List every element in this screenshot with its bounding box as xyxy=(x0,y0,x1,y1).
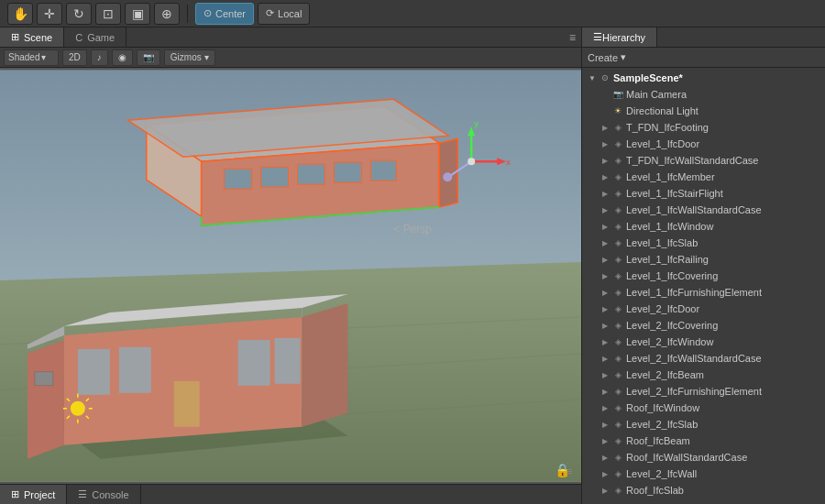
scale-tool-button[interactable]: ⊡ xyxy=(95,3,121,25)
console-tab-icon: ☰ xyxy=(78,488,87,500)
hierarchy-item-level1-door[interactable]: ▶◈Level_1_IfcDoor xyxy=(582,136,825,152)
arrow-icon: ▶ xyxy=(600,289,610,297)
transform-tool-button[interactable]: ⊕ xyxy=(154,3,180,25)
arrow-icon: ▼ xyxy=(588,74,597,82)
effects-button[interactable]: ◉ xyxy=(112,49,133,66)
hierarchy-item-level2-beam[interactable]: ▶◈Level_2_IfcBeam xyxy=(582,367,825,383)
hierarchy-item-roof-wall[interactable]: ▶◈Roof_IfcWallStandardCase xyxy=(582,449,825,466)
object-icon: ◈ xyxy=(611,269,624,282)
console-tab[interactable]: ☰ Console xyxy=(67,485,140,504)
hierarchy-item-level1-railing[interactable]: ▶◈Level_1_IfcRailing xyxy=(582,251,825,268)
camera-button[interactable]: 📷 xyxy=(137,49,160,66)
rect-tool-button[interactable]: ▣ xyxy=(125,3,150,25)
object-icon: ◈ xyxy=(611,434,624,447)
hierarchy-item-sample-scene[interactable]: ▼⊙SampleScene* xyxy=(582,70,825,86)
top-toolbar: ✋ ✛ ↻ ⊡ ▣ ⊕ ⊙ Center ⟳ Local xyxy=(0,0,825,27)
main-content: ⊞ Scene C Game ≡ Shaded ▾ 2D ♪ ◉ xyxy=(0,27,825,504)
arrow-icon: ▶ xyxy=(600,388,610,396)
center-button[interactable]: ⊙ Center xyxy=(195,3,254,25)
hierarchy-tab-label: Hierarchy xyxy=(602,32,645,43)
hierarchy-item-level2-furnishing[interactable]: ▶◈Level_2_IfcFurnishingElement xyxy=(582,383,825,400)
item-label: Level_1_IfcSlab xyxy=(626,237,698,248)
arrow-icon: ▶ xyxy=(600,470,610,478)
item-label: Level_1_IfcStairFlight xyxy=(626,188,723,199)
effects-icon: ◉ xyxy=(118,52,126,62)
object-icon: ◈ xyxy=(611,319,624,332)
gizmos-button[interactable]: Gizmos ▾ xyxy=(164,49,215,66)
hierarchy-item-level2-covering[interactable]: ▶◈Level_2_IfcCovering xyxy=(582,317,825,334)
hierarchy-item-roof-window[interactable]: ▶◈Roof_IfcWindow xyxy=(582,400,825,416)
item-label: Level_2_IfcWallStandardCase xyxy=(626,353,762,364)
hierarchy-item-t-fdn-footing[interactable]: ▶◈T_FDN_IfcFooting xyxy=(582,119,825,136)
scene-viewport: < Persp y x 🔒 ≡ xyxy=(0,68,581,484)
hierarchy-item-roof-slab[interactable]: ▶◈Roof_IfcSlab xyxy=(582,482,825,499)
2d-label: 2D xyxy=(69,52,81,62)
hierarchy-tab[interactable]: ☰ Hierarchy xyxy=(582,27,657,47)
arrow-icon: ▶ xyxy=(600,437,610,445)
hierarchy-item-level2-door[interactable]: ▶◈Level_2_IfcDoor xyxy=(582,301,825,317)
item-label: Roof_IfcBeam xyxy=(626,435,690,446)
hierarchy-item-level1-covering[interactable]: ▶◈Level_1_IfcCovering xyxy=(582,268,825,284)
hierarchy-item-level1-furnishing[interactable]: ▶◈Level_1_IfcFurnishingElement xyxy=(582,284,825,301)
scene-icon: ⊙ xyxy=(599,71,611,84)
hand-tool-button[interactable]: ✋ xyxy=(7,3,33,25)
local-button[interactable]: ⟳ Local xyxy=(258,3,310,25)
create-arrow: ▾ xyxy=(621,51,626,63)
hierarchy-item-roof-beam[interactable]: ▶◈Roof_IfcBeam xyxy=(582,433,825,449)
item-label: Level_2_IfcSlab xyxy=(626,419,698,430)
item-label: Level_1_IfcFurnishingElement xyxy=(626,287,762,298)
arrow-icon: ▶ xyxy=(600,124,610,132)
arrow-icon: ▶ xyxy=(600,239,610,247)
2d-mode-button[interactable]: 2D xyxy=(62,49,87,66)
project-tab[interactable]: ⊞ Project xyxy=(0,485,67,504)
hierarchy-item-main-camera[interactable]: 📷Main Camera xyxy=(582,86,825,103)
arrow-icon: ▶ xyxy=(600,223,610,231)
hierarchy-item-level2-wall[interactable]: ▶◈Level_2_IfcWallStandardCase xyxy=(582,350,825,367)
svg-rect-29 xyxy=(174,381,200,427)
move-tool-button[interactable]: ✛ xyxy=(37,3,62,25)
project-tab-icon: ⊞ xyxy=(11,488,19,500)
svg-rect-14 xyxy=(370,160,396,181)
arrow-icon: ▶ xyxy=(600,140,610,148)
hierarchy-item-level2-slab[interactable]: ▶◈Level_2_IfcSlab xyxy=(582,416,825,433)
local-icon: ⟳ xyxy=(266,7,274,19)
scene-tab[interactable]: ⊞ Scene xyxy=(0,27,64,47)
hierarchy-panel: ☰ Hierarchy Create ▾ ▼⊙SampleScene* 📷Mai… xyxy=(582,27,825,504)
shading-dropdown[interactable]: Shaded ▾ xyxy=(4,49,59,66)
svg-text:y: y xyxy=(474,118,478,128)
hierarchy-item-level2-wall2[interactable]: ▶◈Level_2_IfcWall xyxy=(582,466,825,482)
object-icon: ◈ xyxy=(611,467,624,480)
hierarchy-item-level1-wall[interactable]: ▶◈Level_1_IfcWallStandardCase xyxy=(582,202,825,218)
hierarchy-item-level1-stair[interactable]: ▶◈Level_1_IfcStairFlight xyxy=(582,185,825,202)
hierarchy-item-level1-member[interactable]: ▶◈Level_1_IfcMember xyxy=(582,169,825,185)
hierarchy-toolbar: Create ▾ xyxy=(582,48,825,68)
hierarchy-item-level1-window[interactable]: ▶◈Level_1_IfcWindow xyxy=(582,218,825,235)
svg-point-49 xyxy=(468,158,475,165)
create-label: Create xyxy=(588,52,618,63)
item-label: Level_1_IfcWindow xyxy=(626,221,713,232)
hierarchy-item-level1-slab[interactable]: ▶◈Level_1_IfcSlab xyxy=(582,235,825,251)
hierarchy-item-t-fdn-wall[interactable]: ▶◈T_FDN_IfcWallStandardCase xyxy=(582,152,825,169)
shading-label: Shaded xyxy=(8,52,39,62)
center-label: Center xyxy=(215,8,246,19)
audio-button[interactable]: ♪ xyxy=(91,49,108,66)
arrow-icon: ▶ xyxy=(600,206,610,214)
item-label: T_FDN_IfcWallStandardCase xyxy=(626,155,758,166)
object-icon: ◈ xyxy=(611,253,624,266)
scene-toolbar: Shaded ▾ 2D ♪ ◉ 📷 Gizmos ▾ xyxy=(0,48,581,68)
object-icon: ◈ xyxy=(611,170,624,183)
game-tab-icon: C xyxy=(75,32,82,43)
hierarchy-tab-icon: ☰ xyxy=(593,31,602,43)
console-tab-label: Console xyxy=(92,489,128,500)
hierarchy-item-level2-window[interactable]: ▶◈Level_2_IfcWindow xyxy=(582,334,825,350)
local-label: Local xyxy=(278,8,302,19)
tab-menu-button[interactable]: ≡ xyxy=(564,27,581,47)
hierarchy-item-directional-light[interactable]: ☀Directional Light xyxy=(582,103,825,119)
project-tab-label: Project xyxy=(24,489,55,500)
arrow-icon: ▶ xyxy=(600,371,610,379)
create-button[interactable]: Create ▾ xyxy=(588,51,626,63)
object-icon: ◈ xyxy=(611,418,624,431)
game-tab[interactable]: C Game xyxy=(64,27,126,47)
audio-icon: ♪ xyxy=(97,52,102,62)
rotate-tool-button[interactable]: ↻ xyxy=(66,3,92,25)
